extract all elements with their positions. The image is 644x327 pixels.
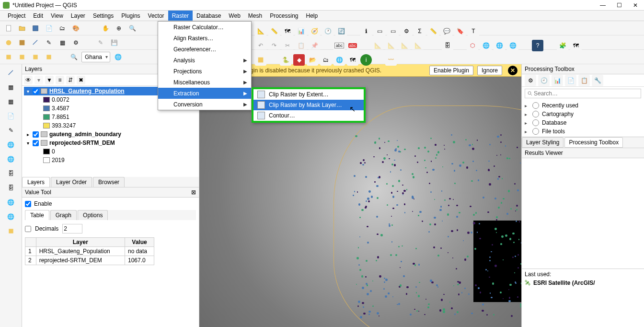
menu-help[interactable]: Help — [302, 11, 322, 21]
tool-j-icon[interactable]: ↶ — [255, 40, 266, 51]
select-icon[interactable]: ▭ — [374, 25, 385, 37]
wfs-icon[interactable]: 🌐 — [4, 152, 18, 166]
menu-view[interactable]: View — [47, 11, 67, 21]
menu-project[interactable]: Project — [4, 11, 29, 21]
clock-icon[interactable]: 🕐 — [322, 25, 334, 37]
tool-d-icon[interactable] — [43, 51, 55, 63]
identify-icon[interactable]: ℹ — [360, 25, 372, 37]
csv-icon[interactable]: 📄 — [4, 109, 18, 123]
decimals-checkbox[interactable] — [25, 226, 31, 232]
zoom-in-icon[interactable]: 🔍 — [126, 23, 138, 34]
decimals-input[interactable] — [62, 224, 82, 234]
tool-l-icon[interactable]: ✂ — [282, 40, 293, 51]
maximize-button[interactable]: ☐ — [613, 1, 625, 9]
abc-red-icon[interactable]: abc — [347, 40, 358, 51]
measure-icon[interactable]: 📏 — [427, 25, 439, 37]
grid-icon[interactable]: ▦ — [57, 37, 68, 48]
menu-settings[interactable]: Settings — [89, 11, 117, 21]
value-tool-enable[interactable]: Enable — [25, 200, 196, 207]
map-tips-icon[interactable]: 💬 — [441, 25, 452, 37]
tool-i-icon[interactable]: 🧭 — [309, 25, 320, 37]
menu-database[interactable]: Database — [193, 11, 225, 21]
menu-layer[interactable]: Layer — [67, 11, 89, 21]
tool-b-icon[interactable] — [16, 51, 28, 63]
folder-icon[interactable]: 📂 — [307, 54, 318, 66]
close-button[interactable]: ✕ — [630, 1, 641, 9]
tool-s-icon[interactable] — [255, 54, 266, 66]
ignore-button[interactable]: Ignore — [477, 66, 502, 75]
menu-raster[interactable]: Raster — [168, 11, 193, 21]
tool-n-icon[interactable]: 📌 — [309, 40, 320, 51]
add-raster-icon[interactable] — [16, 37, 28, 48]
processing-item[interactable]: ▸Database — [525, 118, 641, 127]
layer-checkbox[interactable] — [33, 88, 39, 94]
add-vector-icon[interactable] — [3, 37, 14, 48]
tool-o-icon[interactable]: 📐 — [372, 40, 383, 51]
collapse-icon[interactable]: ⇵ — [66, 76, 75, 84]
tool-m-icon[interactable]: 📋 — [295, 40, 307, 51]
pan-icon[interactable]: ✋ — [100, 23, 111, 34]
filter3-icon[interactable]: ▼ — [45, 76, 54, 84]
tool-a-icon[interactable] — [3, 51, 14, 63]
plugin-a-icon[interactable]: 🧩 — [557, 40, 568, 51]
tool-e-icon[interactable]: 📐 — [255, 25, 266, 37]
processing-item[interactable]: ▸Recently used — [525, 101, 641, 110]
history-icon[interactable]: 🕘 — [538, 75, 550, 86]
notice-close-icon[interactable]: ✕ — [508, 66, 518, 75]
processing-item[interactable]: ▸File tools — [525, 127, 641, 136]
raster-menu-item[interactable]: Analysis▶ — [158, 55, 251, 66]
menu-web[interactable]: Web — [225, 11, 244, 21]
processing-item[interactable]: ▸Cartography — [525, 110, 641, 118]
vector-line-icon[interactable] — [30, 37, 41, 48]
tool-g-icon[interactable]: 🗺 — [282, 25, 293, 37]
value-tool-close-icon[interactable]: ⊠ — [191, 189, 196, 196]
gear2-icon[interactable]: ⚙ — [401, 25, 412, 37]
extraction-item[interactable]: Clip Raster by Mask Layer… — [253, 100, 364, 110]
filter-icon[interactable]: 👁 — [24, 76, 33, 84]
raster-menu-item[interactable]: Raster Calculator… — [158, 22, 251, 33]
tool-q-icon[interactable]: 📐 — [399, 40, 410, 51]
menu-edit[interactable]: Edit — [29, 11, 47, 21]
vt-tab-table[interactable]: Table — [25, 210, 49, 220]
globe6-icon[interactable]: 🌐 — [507, 40, 518, 51]
raster-menu-item[interactable]: Conversion▶ — [158, 99, 251, 110]
menu-plugins[interactable]: Plugins — [117, 11, 144, 21]
enable-plugin-button[interactable]: Enable Plugin — [429, 66, 473, 75]
location-combo[interactable]: Ghana — [81, 52, 110, 62]
menu-mesh[interactable]: Mesh — [244, 11, 266, 21]
globe3-icon[interactable]: 🌐 — [4, 210, 18, 223]
tool-h-icon[interactable]: 📊 — [295, 25, 307, 37]
minimize-button[interactable]: — — [597, 1, 609, 9]
refresh-icon[interactable]: 🔄 — [335, 25, 347, 37]
globe2-icon[interactable]: 🌐 — [4, 196, 18, 209]
globe5-icon[interactable]: 🌐 — [494, 40, 505, 51]
extraction-item[interactable]: Clip Raster by Extent… — [253, 89, 364, 100]
tool-f-icon[interactable]: 📏 — [268, 25, 280, 37]
hexagon-icon[interactable]: ⬡ — [467, 40, 478, 51]
style-manager-icon[interactable]: 🎨 — [70, 23, 81, 34]
value-tool-enable-checkbox[interactable] — [25, 201, 31, 207]
new-layout-icon[interactable]: 📄 — [43, 23, 55, 34]
sigma-icon[interactable]: Σ — [414, 25, 426, 37]
abc-icon[interactable]: abc — [334, 40, 345, 51]
layer-row[interactable]: ▸gauteng_admin_boundary — [24, 130, 197, 139]
info-icon[interactable]: i — [360, 54, 372, 66]
tab-layer-order[interactable]: Layer Order — [51, 177, 92, 187]
open-project-icon[interactable] — [16, 23, 28, 34]
pan-to-selection-icon[interactable]: ⊕ — [113, 23, 125, 34]
raster-menu-item[interactable]: Miscellaneous▶ — [158, 77, 251, 88]
wrench-icon[interactable]: 🔧 — [592, 75, 603, 86]
processing-icon[interactable]: ⚙ — [70, 37, 81, 48]
map2-icon[interactable]: 🗺 — [347, 54, 358, 66]
tab-processing-toolbox[interactable]: Processing Toolbox — [564, 137, 623, 148]
text-icon[interactable]: T — [468, 25, 479, 37]
db-icon[interactable]: 🗄 — [4, 167, 18, 180]
tool-r-icon[interactable]: 📐 — [412, 40, 424, 51]
globe-icon[interactable]: 🌐 — [112, 51, 124, 63]
layer-checkbox[interactable] — [33, 131, 39, 138]
edit-icon[interactable]: ✎ — [95, 37, 106, 48]
last-used-item[interactable]: ESRI Satellite (ArcGIS/ — [533, 280, 595, 286]
script-icon[interactable]: 📄 — [565, 75, 576, 86]
layer-checkbox[interactable] — [33, 140, 39, 146]
tab-browser[interactable]: Browser — [93, 177, 125, 187]
